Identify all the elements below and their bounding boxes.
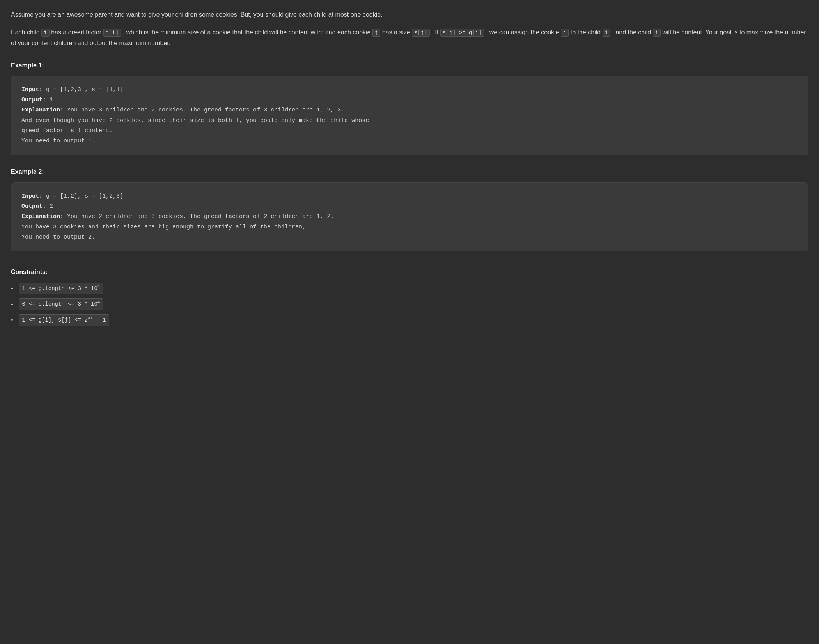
example1-section: Example 1: Input: g = [1,2,3], s = [1,1]… xyxy=(11,60,808,155)
desc-each-child: Each child xyxy=(11,29,40,35)
inline-code-j2: j xyxy=(561,29,569,37)
example2-explanation-text: You have 2 children and 3 cookies. The g… xyxy=(67,213,334,220)
constraint-code-1: 1 <= g.length <= 3 * 104 xyxy=(19,283,104,294)
desc-part6: , we can assign the cookie xyxy=(486,29,561,35)
example2-title: Example 2: xyxy=(11,167,808,177)
intro-paragraph: Assume you are an awesome parent and wan… xyxy=(11,9,808,20)
example2-input-value: g = [1,2], s = [1,2,3] xyxy=(46,193,123,200)
example2-code-block: Input: g = [1,2], s = [1,2,3] Output: 2 … xyxy=(11,182,808,251)
example2-output-label: Output: xyxy=(21,203,46,210)
example1-explanation-label: Explanation: xyxy=(21,107,64,113)
constraint-sup-3: 31 xyxy=(88,316,93,320)
example2-input-label: Input: xyxy=(21,193,43,200)
inline-code-sj2: s[j] >= g[i] xyxy=(440,29,484,37)
desc-part3: , which is the minimum size of a cookie … xyxy=(123,29,372,35)
example2-explanation-line1: Explanation: You have 2 children and 3 c… xyxy=(21,212,798,222)
example2-output-value: 2 xyxy=(50,203,53,210)
example1-explanation-line2: And even though you have 2 cookies, sinc… xyxy=(21,116,798,126)
example1-input-label: Input: xyxy=(21,87,43,93)
inline-code-i3: i xyxy=(653,29,661,37)
constraint-code-2: 0 <= s.length <= 3 * 104 xyxy=(19,298,104,310)
desc-part5: . If xyxy=(431,29,440,35)
constraints-title: Constraints: xyxy=(11,267,808,277)
example1-output-label: Output: xyxy=(21,97,46,103)
example1-input-value: g = [1,2,3], s = [1,1] xyxy=(46,87,123,93)
inline-code-j: j xyxy=(372,29,380,37)
inline-code-sj: s[j] xyxy=(412,29,430,37)
example1-output-value: 1 xyxy=(50,97,53,103)
constraint-sup-2: 4 xyxy=(98,300,100,304)
example2-explanation-line3: You need to output 2. xyxy=(21,232,798,242)
desc-part7: to the child xyxy=(571,29,603,35)
example2-output-line: Output: 2 xyxy=(21,202,798,212)
example1-input-line: Input: g = [1,2,3], s = [1,1] xyxy=(21,85,798,95)
constraint-code-3: 1 <= g[i], s[j] <= 231 – 1 xyxy=(19,314,110,326)
inline-code-gi: g[i] xyxy=(103,29,121,37)
desc-part4: has a size xyxy=(382,29,412,35)
inline-code-i: i xyxy=(41,29,49,37)
example2-explanation-label: Explanation: xyxy=(21,213,64,220)
example1-title: Example 1: xyxy=(11,60,808,71)
example1-explanation-text: You have 3 children and 2 cookies. The g… xyxy=(67,107,344,113)
constraint-item-2: 0 <= s.length <= 3 * 104 xyxy=(11,298,808,310)
example1-explanation-line4: You need to output 1. xyxy=(21,136,798,146)
description-paragraph: Each child i has a greed factor g[i] , w… xyxy=(11,27,808,49)
desc-part2: has a greed factor xyxy=(51,29,103,35)
constraint-sup-1: 4 xyxy=(98,284,100,289)
example1-output-line: Output: 1 xyxy=(21,95,798,105)
example2-explanation-line2: You have 3 cookies and their sizes are b… xyxy=(21,222,798,232)
example2-section: Example 2: Input: g = [1,2], s = [1,2,3]… xyxy=(11,167,808,251)
constraints-list: 1 <= g.length <= 3 * 104 0 <= s.length <… xyxy=(11,283,808,326)
constraint-item-1: 1 <= g.length <= 3 * 104 xyxy=(11,283,808,294)
constraint-item-3: 1 <= g[i], s[j] <= 231 – 1 xyxy=(11,314,808,326)
example1-code-block: Input: g = [1,2,3], s = [1,1] Output: 1 … xyxy=(11,76,808,156)
example2-input-line: Input: g = [1,2], s = [1,2,3] xyxy=(21,191,798,202)
desc-part8: , and the child xyxy=(612,29,653,35)
constraints-section: Constraints: 1 <= g.length <= 3 * 104 0 … xyxy=(11,267,808,326)
example1-explanation-line3: greed factor is 1 content. xyxy=(21,126,798,136)
example1-explanation-line1: Explanation: You have 3 children and 2 c… xyxy=(21,105,798,115)
inline-code-i2: i xyxy=(603,29,610,37)
